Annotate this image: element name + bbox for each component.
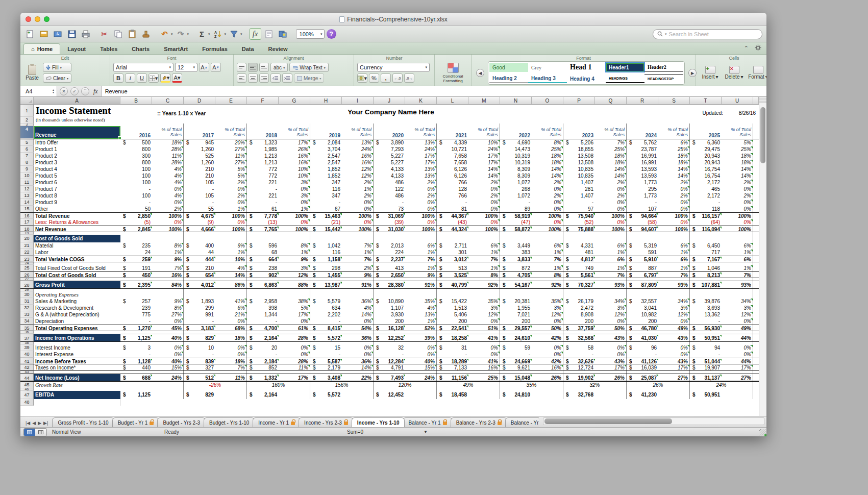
formula-input[interactable]: Revenue [101, 86, 766, 96]
value-cell[interactable]: $654 [184, 272, 215, 278]
value-cell[interactable]: $59 [500, 344, 532, 351]
percent-cell[interactable]: 86% [215, 281, 247, 288]
percent-cell[interactable]: 25% [658, 146, 690, 153]
value-cell[interactable]: $12,724 [563, 364, 595, 370]
percent-cell[interactable]: 17% [279, 139, 310, 146]
cell[interactable] [310, 371, 342, 374]
styles-scroll-right[interactable]: ▶ [688, 69, 697, 77]
value-cell[interactable]: - [310, 351, 342, 358]
align-right-icon[interactable] [259, 73, 269, 83]
column-header-S[interactable]: S [658, 97, 690, 104]
cell[interactable] [563, 235, 595, 242]
percent-cell[interactable]: 0% [595, 351, 627, 358]
filter-icon[interactable] [228, 28, 240, 40]
percent-cell[interactable]: 91% [342, 281, 374, 288]
value-cell[interactable]: 1,344 [247, 311, 279, 318]
percent-cell[interactable]: 1% [722, 265, 753, 271]
value-cell[interactable]: $31,137 [690, 374, 722, 381]
percent-cell[interactable]: 100% [595, 213, 627, 219]
percent-cell[interactable]: 2% [658, 192, 690, 199]
value-cell[interactable]: $32 [374, 344, 405, 351]
tab-layout[interactable]: Layout [60, 43, 93, 54]
percent-cell[interactable]: 14% [532, 166, 563, 172]
decrease-indent-icon[interactable] [270, 73, 281, 83]
value-cell[interactable]: $2,179 [310, 364, 342, 370]
percent-cell[interactable]: 16% [342, 159, 374, 166]
value-cell[interactable]: 67 [310, 206, 342, 212]
value-cell[interactable]: 16,754 [690, 172, 722, 179]
decrease-decimal-icon[interactable]: .0→ [404, 73, 414, 83]
font-size-select[interactable]: 12▾ [175, 63, 197, 72]
percent-cell[interactable]: 6% [405, 242, 437, 249]
style-header2[interactable]: Header2 [644, 63, 683, 72]
percent-cell[interactable]: 26% [595, 374, 627, 381]
sheet-tab-budget-yr-1[interactable]: Budget - Yr 1 [112, 417, 160, 427]
percent-cell[interactable]: 3% [279, 192, 310, 199]
percent-cell[interactable]: 35% [532, 298, 563, 305]
cell[interactable] [532, 235, 563, 242]
value-cell[interactable]: 10,835 [563, 172, 595, 179]
percent-cell[interactable]: 7% [405, 256, 437, 262]
styles-scroll-left[interactable]: ◀ [476, 69, 484, 77]
value-cell[interactable]: $22,541 [437, 325, 468, 331]
value-cell[interactable]: $11,156 [437, 374, 468, 381]
name-box[interactable]: A4▲▼ [20, 86, 57, 96]
percent-cell[interactable]: 41% [215, 298, 247, 305]
percent-cell[interactable]: 0% [658, 351, 690, 358]
paste-icon[interactable] [126, 28, 138, 40]
row-label-cell[interactable]: Product 6 [34, 179, 120, 186]
sort-dropdown[interactable]: ▾ [225, 32, 227, 36]
value-cell[interactable]: 10,835 [563, 166, 595, 172]
value-cell[interactable]: - [247, 351, 279, 358]
percent-cell[interactable]: 3% [722, 305, 753, 311]
growth-rate-cell[interactable]: 35% [500, 382, 563, 388]
row-header-2[interactable]: 2 [20, 117, 34, 123]
percent-cell[interactable]: 27% [215, 159, 247, 166]
percent-cell[interactable]: 0% [532, 351, 563, 358]
format-painter-icon[interactable] [140, 28, 152, 40]
percent-cell[interactable]: 43% [658, 358, 690, 364]
value-cell[interactable]: $56,930 [690, 325, 722, 331]
value-cell[interactable]: $24,610 [500, 334, 532, 341]
section-header-cell[interactable]: Cost of Goods Sold [34, 235, 120, 242]
value-cell[interactable]: 239 [120, 305, 152, 311]
value-cell[interactable]: 68 [247, 249, 279, 256]
value-cell[interactable]: 1,773 [627, 192, 658, 199]
percent-cell[interactable] [279, 391, 310, 399]
percent-cell[interactable]: 11% [152, 153, 184, 159]
value-cell[interactable]: $41,126 [627, 358, 658, 364]
value-cell[interactable]: $235 [120, 242, 152, 249]
value-cell[interactable]: 13,362 [690, 311, 722, 318]
growth-rate-cell[interactable]: 120% [374, 382, 437, 388]
value-cell[interactable]: $4,666 [184, 226, 215, 232]
value-cell[interactable]: 2,172 [690, 179, 722, 186]
percent-cell[interactable]: 25% [722, 146, 753, 153]
row-header-42[interactable]: 42 [20, 364, 34, 370]
percent-cell[interactable]: 18% [532, 159, 563, 166]
value-cell[interactable]: 210 [184, 172, 215, 179]
value-cell[interactable]: $1,455 [310, 272, 342, 278]
style-headings[interactable]: HEADINGS [606, 74, 644, 83]
value-cell[interactable]: $2,850 [120, 213, 152, 219]
percent-cell[interactable]: 1% [342, 186, 374, 192]
value-cell[interactable]: $3,183 [184, 325, 215, 331]
value-cell[interactable]: $3,525 [437, 272, 468, 278]
value-cell[interactable]: $20 [247, 344, 279, 351]
percent-cell[interactable]: 0% [658, 344, 690, 351]
value-cell[interactable]: 105 [184, 179, 215, 186]
percent-cell[interactable]: 0% [342, 219, 374, 226]
row-header-13[interactable]: 13 [20, 192, 34, 199]
percent-cell[interactable]: 2% [722, 192, 753, 199]
percent-cell[interactable]: 100% [532, 226, 563, 232]
value-cell[interactable]: $1,270 [120, 325, 152, 331]
bold-button[interactable]: B [113, 73, 123, 83]
ribbon-collapse-chevron[interactable]: ⌃ [744, 45, 749, 52]
row-label-cell[interactable]: Income Before Taxes [34, 358, 120, 364]
value-cell[interactable]: $32,626 [563, 358, 595, 364]
percent-cell[interactable]: 24% [342, 146, 374, 153]
percent-cell[interactable]: 1% [405, 265, 437, 271]
value-cell[interactable]: $12,452 [374, 391, 405, 399]
row-header-44[interactable]: 44 [20, 374, 34, 381]
cell[interactable] [374, 371, 405, 374]
value-cell[interactable]: 8,309 [500, 166, 532, 172]
